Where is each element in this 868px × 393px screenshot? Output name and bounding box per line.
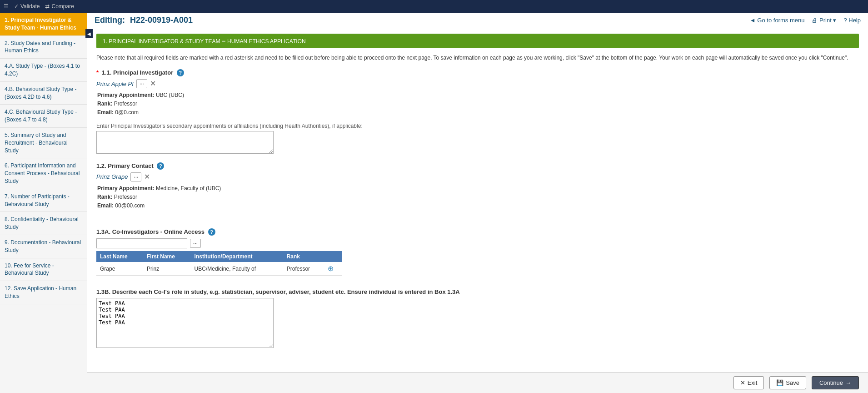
menu-icon: ☰ — [4, 3, 9, 10]
pi-rank-label: Rank: — [97, 101, 112, 107]
continue-button[interactable]: Continue → — [812, 376, 859, 389]
validate-label: Validate — [20, 3, 40, 10]
pc-label: 1.2. Primary Contact ? — [96, 162, 859, 170]
sidebar-item-4c[interactable]: 4.C. Behavioural Study Type - (Boxes 4.7… — [0, 105, 87, 128]
pi-field-group: * 1.1. Principal Investigator ? Prinz Ap… — [96, 69, 859, 155]
row-remove-button[interactable]: ⊕ — [328, 264, 334, 273]
pi-secondary-textarea[interactable] — [96, 131, 274, 154]
sidebar-item-2[interactable]: 2. Study Dates and Funding - Human Ethic… — [0, 36, 87, 59]
form-content: 1. PRINCIPAL INVESTIGATOR & STUDY TEAM –… — [87, 28, 868, 393]
coinv-field-group: 1.3A. Co-Investigators - Online Access ?… — [96, 228, 859, 276]
pi-info: Primary Appointment: UBC (UBC) Rank: Pro… — [97, 91, 859, 117]
pi-email-label: Email: — [97, 109, 114, 116]
row-lastname: Grape — [96, 262, 143, 276]
pi-appt-value: UBC (UBC) — [156, 92, 184, 98]
pi-selector: Prinz Apple PI ··· ✕ — [96, 79, 859, 88]
save-button[interactable]: 💾 Save — [769, 376, 806, 389]
pc-appt-label: Primary Appointment: — [97, 185, 155, 191]
pi-label: * 1.1. Principal Investigator ? — [96, 69, 859, 76]
sidebar-item-9[interactable]: 9. Documentation - Behavioural Study — [0, 235, 87, 258]
pc-name: Prinz Grape — [96, 173, 128, 180]
sidebar-item-5[interactable]: 5. Summary of Study and Recruitment - Be… — [0, 128, 87, 158]
validate-icon: ✓ — [14, 3, 19, 10]
pc-select-button[interactable]: ··· — [130, 172, 141, 181]
row-institution: UBC/Medicine, Faculty of — [191, 262, 283, 276]
sidebar-item-8[interactable]: 8. Confidentiality - Behavioural Study — [0, 212, 87, 235]
topbar: ☰ ✓ Validate ⇄ Compare — [0, 0, 868, 13]
pc-rank-value: Professor — [114, 194, 137, 200]
pc-info: Primary Appointment: Medicine, Faculty o… — [97, 184, 859, 211]
print-button[interactable]: 🖨 Print ▾ — [812, 17, 836, 24]
section-header: 1. PRINCIPAL INVESTIGATOR & STUDY TEAM –… — [96, 34, 859, 48]
compare-icon: ⇄ — [45, 3, 50, 10]
print-icon: 🖨 — [812, 17, 818, 24]
col-institution: Institution/Department — [191, 251, 283, 262]
content-header: Editing: H22-00919-A001 ◄ Go to forms me… — [87, 13, 868, 28]
coinv-roles-field-group: 1.3B. Describe each Co-I's role in study… — [96, 288, 859, 349]
pi-remove-button[interactable]: ✕ — [150, 80, 156, 87]
sidebar: 1. Principal Investigator & Study Team -… — [0, 13, 87, 393]
coinv-help-icon[interactable]: ? — [208, 228, 215, 236]
pi-rank-value: Professor — [114, 101, 137, 107]
coinv-table: Last Name First Name Institution/Departm… — [96, 251, 342, 276]
go-to-forms-link[interactable]: ◄ Go to forms menu — [750, 17, 805, 24]
arrow-left-icon: ◄ — [750, 17, 756, 24]
header-actions: ◄ Go to forms menu 🖨 Print ▾ ? Help — [750, 17, 861, 24]
col-lastname: Last Name — [96, 251, 143, 262]
coinv-search-button[interactable]: ··· — [190, 239, 201, 248]
coinv-roles-label: 1.3B. Describe each Co-I's role in study… — [96, 288, 859, 295]
col-action — [324, 251, 342, 262]
row-remove-cell: ⊕ — [324, 262, 342, 276]
pc-email-value: 00@00.com — [115, 202, 145, 209]
table-row: Grape Prinz UBC/Medicine, Faculty of Pro… — [96, 262, 342, 276]
coinv-search-area: ··· — [96, 238, 859, 248]
compare-button[interactable]: ⇄ Compare — [45, 3, 74, 10]
pi-secondary-label: Enter Principal Investigator's secondary… — [96, 123, 859, 129]
sidebar-item-4a[interactable]: 4.A. Study Type - (Boxes 4.1 to 4.2C) — [0, 59, 87, 82]
help-icon: ? — [843, 17, 847, 24]
pi-help-icon[interactable]: ? — [177, 69, 184, 76]
notice-text: Please note that all required fields are… — [96, 54, 859, 62]
pc-rank-label: Rank: — [97, 194, 112, 200]
bottom-action-bar: ✕ Exit 💾 Save Continue → — [87, 372, 868, 393]
pc-remove-button[interactable]: ✕ — [144, 173, 150, 181]
compare-label: Compare — [51, 3, 74, 10]
form-id: H22-00919-A001 — [130, 15, 193, 25]
row-firstname: Prinz — [143, 262, 191, 276]
main-layout: 1. Principal Investigator & Study Team -… — [0, 13, 868, 393]
pc-selector: Prinz Grape ··· ✕ — [96, 172, 859, 181]
pi-select-button[interactable]: ··· — [136, 79, 147, 88]
pc-email-label: Email: — [97, 202, 114, 209]
editing-prefix: Editing: — [95, 15, 125, 25]
coinv-search-input[interactable] — [96, 238, 187, 248]
save-icon: 💾 — [776, 379, 783, 386]
section-subtitle: HUMAN ETHICS APPLICATION — [227, 38, 305, 45]
sidebar-item-10[interactable]: 10. Fee for Service - Behavioural Study — [0, 258, 87, 282]
menu-button[interactable]: ☰ — [4, 3, 9, 10]
pi-appt-label: Primary Appointment: — [97, 92, 155, 98]
exit-button[interactable]: ✕ Exit — [733, 376, 764, 389]
print-dropdown-icon: ▾ — [833, 17, 836, 24]
content-area: Editing: H22-00919-A001 ◄ Go to forms me… — [87, 13, 868, 393]
sidebar-item-4b[interactable]: 4.B. Behavioural Study Type - (Boxes 4.2… — [0, 82, 87, 105]
coinv-label: 1.3A. Co-Investigators - Online Access ? — [96, 228, 859, 236]
row-rank: Professor — [283, 262, 324, 276]
pi-name: Prinz Apple PI — [96, 81, 134, 87]
col-rank: Rank — [283, 251, 324, 262]
page-title: Editing: H22-00919-A001 — [95, 15, 193, 25]
pi-required-star: * — [96, 69, 99, 76]
pc-appt-value: Medicine, Faculty of (UBC) — [156, 185, 221, 191]
col-firstname: First Name — [143, 251, 191, 262]
sidebar-item-1[interactable]: 1. Principal Investigator & Study Team -… — [0, 13, 87, 36]
pc-help-icon[interactable]: ? — [157, 162, 164, 170]
sidebar-item-7[interactable]: 7. Number of Participants - Behavioural … — [0, 189, 87, 212]
exit-icon: ✕ — [740, 379, 745, 386]
sidebar-item-12[interactable]: 12. Save Application - Human Ethics — [0, 281, 87, 304]
help-link[interactable]: ? Help — [843, 17, 861, 24]
continue-icon: → — [845, 379, 851, 386]
section-title: 1. PRINCIPAL INVESTIGATOR & STUDY TEAM — [103, 38, 220, 45]
validate-button[interactable]: ✓ Validate — [14, 3, 40, 10]
coinv-roles-textarea[interactable] — [96, 298, 274, 348]
sidebar-item-6[interactable]: 6. Participant Information and Consent P… — [0, 158, 87, 189]
sidebar-collapse-button[interactable]: ◀ — [85, 29, 93, 38]
